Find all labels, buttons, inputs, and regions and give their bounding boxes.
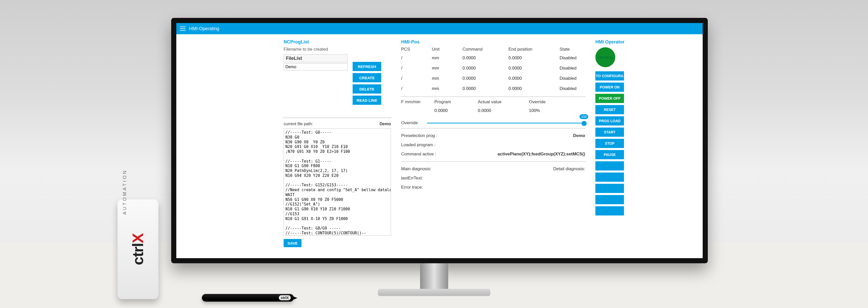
col-command: Command <box>463 47 508 52</box>
hamburger-icon[interactable] <box>180 27 186 31</box>
refresh-button[interactable]: REFRESH <box>352 62 381 71</box>
divider <box>401 96 585 97</box>
monitor-stand-base <box>378 289 490 296</box>
create-button[interactable]: CREATE <box>352 73 381 82</box>
hmipos-title: HMI-Pos <box>401 39 585 45</box>
override-slider[interactable]: 100 <box>427 120 585 125</box>
reset-button[interactable]: RESET <box>595 105 624 114</box>
monitor-stand-neck <box>420 263 448 291</box>
save-button[interactable]: SAVE <box>284 239 302 247</box>
main-diag-label: Main diagnosis: <box>401 166 431 172</box>
power-on-button[interactable]: POWER ON <box>595 83 624 92</box>
can-subtitle: AUTOMATION <box>122 169 127 215</box>
feed-head: F mm/min Program Actual value Override <box>401 99 585 104</box>
loaded-program-label: Loaded program : <box>401 142 435 148</box>
last-err-label: lastErrText: <box>401 176 423 181</box>
current-filepath-label: current file path: <box>284 122 313 126</box>
filelist-label: FileList <box>284 55 347 62</box>
hmi-operator-title: HMI Operator <box>595 39 649 45</box>
titlebar: HMI-Operating <box>176 23 703 34</box>
preselection-value: Demo <box>573 133 585 138</box>
operator-placeholder[interactable] <box>595 206 624 215</box>
pos-table-row: / mm 0.0000 0.0000 Disabled <box>401 84 585 94</box>
power-off-button[interactable]: POWER OFF <box>595 94 624 103</box>
col-state: State <box>560 47 590 52</box>
pause-button[interactable]: PAUSE <box>595 150 624 159</box>
operator-placeholder[interactable] <box>595 195 624 204</box>
operator-placeholder[interactable] <box>595 161 624 171</box>
current-filepath-value: Demo <box>380 122 391 126</box>
divider <box>284 118 391 118</box>
decor-can: AUTOMATION ctrlX <box>118 199 158 299</box>
delete-button[interactable]: DELETE <box>352 84 381 94</box>
col-pcs: PCS <box>401 47 432 52</box>
prog-load-button[interactable]: PROG LOAD <box>595 116 624 125</box>
divider <box>401 128 585 129</box>
hmi-operator-panel: HMI Operator DISABLE TO CONFIGURA POWER … <box>595 39 649 247</box>
hmi-pos-panel: HMI-Pos PCS Unit Command End position St… <box>401 39 585 247</box>
pos-table-row: / mm 0.0000 0.0000 Disabled <box>401 53 585 63</box>
col-unit: Unit <box>432 47 463 52</box>
nc-code-editor[interactable] <box>284 128 391 236</box>
scene-background: AUTOMATION ctrlX HMI-Operating NCProgLis… <box>0 0 868 308</box>
feed-row: 0.0000 0.0000 100% <box>401 105 585 116</box>
pos-table-row: / mm 0.0000 0.0000 Disabled <box>401 73 585 84</box>
stop-button[interactable]: STOP <box>595 139 624 148</box>
override-label: Override <box>401 120 418 125</box>
pos-table-head: PCS Unit Command End position State <box>401 47 585 52</box>
filename-input[interactable] <box>284 63 347 70</box>
nc-prog-list-panel: NCProgList Filename to be created FileLi… <box>284 39 391 247</box>
pen-label: ctrlX <box>279 295 291 300</box>
command-active-value: activePlane(XY);feedGroup(XYZ);setMCS() <box>497 152 585 157</box>
col-endpos: End position <box>508 47 560 52</box>
command-active-label: Command active : <box>401 152 436 157</box>
decor-pen: ctrlX <box>202 294 294 302</box>
operator-placeholder[interactable] <box>595 173 624 182</box>
filename-label: Filename to be created <box>284 47 391 52</box>
ncproglist-title: NCProgList <box>284 39 391 45</box>
monitor-bezel: HMI-Operating NCProgList Filename to be … <box>176 23 703 258</box>
operator-placeholder[interactable] <box>595 184 624 193</box>
divider <box>401 161 585 162</box>
app-title: HMI-Operating <box>189 26 219 31</box>
error-trace-label: Error trace: <box>401 185 423 190</box>
pos-table-row: / mm 0.0000 0.0000 Disabled <box>401 63 585 73</box>
start-button[interactable]: START <box>595 127 624 137</box>
detail-diag-label: Detail diagnosis: <box>553 166 585 172</box>
can-logo: ctrlX <box>129 234 147 265</box>
override-value: 100 <box>580 114 588 119</box>
disable-indicator[interactable]: DISABLE <box>595 47 615 67</box>
monitor-frame: HMI-Operating NCProgList Filename to be … <box>171 18 708 263</box>
readline-button[interactable]: READ LINE <box>352 96 381 105</box>
to-configure-button[interactable]: TO CONFIGURA <box>595 71 624 81</box>
preselection-label: Preselection prog : <box>401 133 437 138</box>
app-screen: HMI-Operating NCProgList Filename to be … <box>176 23 703 258</box>
